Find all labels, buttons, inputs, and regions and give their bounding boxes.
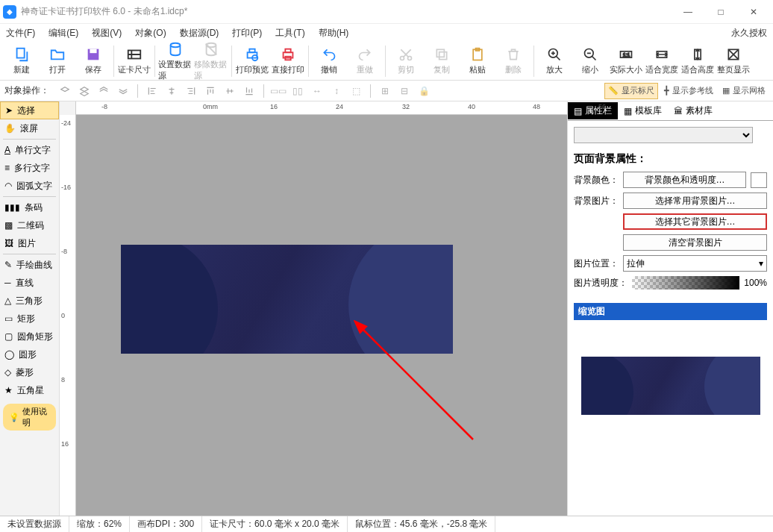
tool-rect[interactable]: ▭矩形: [0, 310, 59, 328]
distribute-h-icon[interactable]: ▭▭: [270, 84, 287, 98]
copy-button[interactable]: 复制: [425, 46, 459, 75]
layer-back-icon[interactable]: [115, 84, 131, 98]
print-preview-button[interactable]: 打印预览: [235, 46, 269, 75]
canvas-area[interactable]: 0mm162432404856-8 -24-16-80816: [60, 101, 567, 516]
tool-barcode[interactable]: ▮▮▮条码: [0, 198, 59, 216]
new-button[interactable]: 新建: [4, 46, 39, 75]
menu-data[interactable]: 数据源(D): [180, 27, 219, 40]
tool-star[interactable]: ★五角星: [0, 381, 59, 399]
ungroup-icon[interactable]: ⊟: [396, 84, 413, 98]
tab-properties[interactable]: ▤属性栏: [568, 102, 618, 119]
pointer-icon: ➤: [5, 105, 13, 116]
show-guide-toggle[interactable]: ╋显示参考线: [661, 83, 716, 99]
minimize-button[interactable]: —: [672, 1, 704, 23]
properties-body: 页面背景属性： 背景颜色： 背景颜色和透明度… 背景图片： 选择常用背景图片… …: [568, 121, 773, 426]
zoom-out-button[interactable]: 缩小: [573, 46, 607, 75]
tool-freehand[interactable]: ✎手绘曲线: [0, 256, 59, 274]
main-area: ➤选择 ✋滚屏 A单行文字 ≡多行文字 ◠圆弧文字 ▮▮▮条码 ▩二维码 🖼图片…: [0, 101, 773, 516]
align-top-icon[interactable]: [202, 84, 219, 98]
menu-tools[interactable]: 工具(T): [275, 27, 304, 40]
card-canvas[interactable]: [121, 245, 453, 354]
svg-point-4: [171, 43, 181, 47]
list-icon: ▤: [574, 106, 582, 116]
layer-down-icon[interactable]: [76, 84, 93, 98]
ruler-horizontal: 0mm162432404856-8: [60, 101, 567, 115]
tool-ellipse[interactable]: ◯圆形: [0, 345, 59, 363]
grid-icon: ▦: [722, 86, 730, 96]
align-bottom-icon[interactable]: [241, 84, 257, 98]
status-zoom: 缩放：62%: [69, 516, 130, 532]
actual-size-button[interactable]: 1:1实际大小: [609, 46, 643, 75]
tool-select[interactable]: ➤选择: [0, 101, 59, 119]
main-toolbar: 新建 打开 保存 证卡尺寸 设置数据源 移除数据源 打印预览 直接打印 撤销 重…: [0, 42, 773, 81]
delete-button[interactable]: 删除: [496, 46, 531, 75]
lock-icon[interactable]: 🔒: [416, 84, 432, 98]
menu-view[interactable]: 视图(V): [92, 27, 122, 40]
menu-file[interactable]: 文件(F): [6, 27, 35, 40]
fit-height-button[interactable]: 适合高度: [680, 46, 715, 75]
close-button[interactable]: ✕: [737, 1, 770, 23]
group-icon[interactable]: ⊞: [377, 84, 393, 98]
assets-icon: 🏛: [674, 106, 683, 116]
save-button[interactable]: 保存: [76, 46, 110, 75]
remove-datasource-button[interactable]: 移除数据源: [194, 41, 228, 81]
redo-button[interactable]: 重做: [348, 46, 382, 75]
align-left-icon[interactable]: [144, 84, 160, 98]
tab-templates[interactable]: ▦模板库: [618, 102, 668, 119]
choose-common-bg-button[interactable]: 选择常用背景图片…: [623, 193, 767, 209]
right-panel: ▤属性栏 ▦模板库 🏛素材库 页面背景属性： 背景颜色： 背景颜色和透明度… 背…: [567, 101, 773, 516]
align-vcenter-icon[interactable]: [222, 84, 238, 98]
tool-diamond[interactable]: ◇菱形: [0, 363, 59, 381]
ruler-icon: 📏: [608, 86, 619, 96]
same-height-icon[interactable]: ↕: [328, 84, 345, 98]
same-width-icon[interactable]: ↔: [309, 84, 325, 98]
same-size-icon[interactable]: ⬚: [348, 84, 364, 98]
tool-triangle[interactable]: △三角形: [0, 292, 59, 310]
tool-multi-text[interactable]: ≡多行文字: [0, 159, 59, 177]
maximize-button[interactable]: □: [704, 1, 737, 23]
card-size-label: 证卡尺寸: [118, 64, 151, 75]
menu-print[interactable]: 打印(P): [232, 27, 262, 40]
imgpos-dropdown[interactable]: 拉伸▾: [623, 255, 767, 272]
menu-edit[interactable]: 编辑(E): [48, 27, 78, 40]
set-datasource-button[interactable]: 设置数据源: [158, 41, 193, 81]
cut-button[interactable]: 剪切: [389, 46, 423, 75]
help-tip[interactable]: 💡使用说明: [3, 404, 56, 431]
full-page-button[interactable]: 整页显示: [716, 46, 751, 75]
menu-object[interactable]: 对象(O): [135, 27, 166, 40]
zoomout-label: 缩小: [582, 64, 598, 75]
show-grid-toggle[interactable]: ▦显示网格: [719, 83, 769, 99]
bgcolor-swatch[interactable]: [751, 172, 767, 188]
layer-front-icon[interactable]: [96, 84, 112, 98]
align-right-icon[interactable]: [183, 84, 199, 98]
undo-button[interactable]: 撤销: [312, 46, 346, 75]
tool-roundrect[interactable]: ▢圆角矩形: [0, 328, 59, 345]
tool-pan[interactable]: ✋滚屏: [0, 119, 59, 137]
open-button[interactable]: 打开: [40, 46, 75, 75]
print-button[interactable]: 直接打印: [271, 46, 305, 75]
tool-image[interactable]: 🖼图片: [0, 234, 59, 252]
qrcode-icon: ▩: [4, 220, 13, 231]
clear-bg-button[interactable]: 清空背景图片: [623, 234, 767, 251]
paste-button[interactable]: 粘贴: [460, 46, 495, 75]
tab-assets[interactable]: 🏛素材库: [668, 102, 719, 119]
tool-line[interactable]: ─直线: [0, 274, 59, 292]
menu-help[interactable]: 帮助(H): [319, 27, 349, 40]
fit-width-button[interactable]: 适合宽度: [645, 46, 679, 75]
zoom-in-button[interactable]: 放大: [537, 46, 572, 75]
tool-arc-text[interactable]: ◠圆弧文字: [0, 177, 59, 195]
tool-qrcode[interactable]: ▩二维码: [0, 216, 59, 234]
bgcolor-button[interactable]: 背景颜色和透明度…: [623, 172, 746, 188]
layer-up-icon[interactable]: [57, 84, 73, 98]
show-ruler-toggle[interactable]: 📏显示标尺: [604, 83, 658, 99]
rect-icon: ▭: [4, 313, 13, 324]
object-selector[interactable]: [574, 127, 753, 143]
align-hcenter-icon[interactable]: [163, 84, 180, 98]
guide-icon: ╋: [664, 86, 669, 96]
canvas-viewport[interactable]: [76, 115, 567, 516]
tool-single-text[interactable]: A单行文字: [0, 141, 59, 159]
distribute-v-icon[interactable]: ▯▯: [290, 84, 306, 98]
choose-other-bg-button[interactable]: 选择其它背景图片…: [623, 213, 767, 230]
card-size-button[interactable]: 证卡尺寸: [117, 46, 151, 75]
opacity-slider[interactable]: [632, 276, 739, 290]
